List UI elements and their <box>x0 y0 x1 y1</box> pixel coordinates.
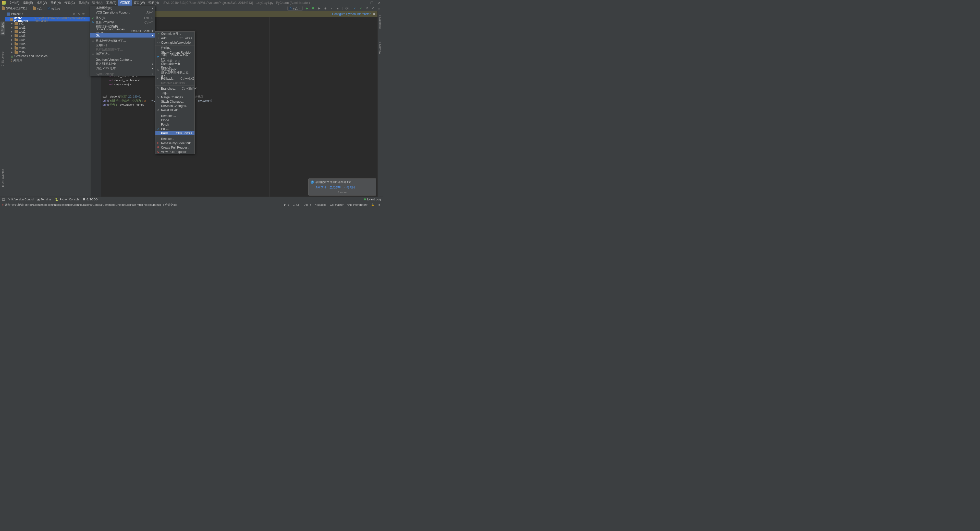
git-item-18[interactable]: UnStash Changes... <box>156 104 194 108</box>
tree-row[interactable]: ▶test2 <box>5 30 91 34</box>
concurrency-icon[interactable]: ≡ <box>330 6 333 10</box>
git-item-24[interactable]: ↙Pull... <box>156 127 194 131</box>
debug-icon[interactable]: ⬢ <box>311 6 315 10</box>
notif-link-always[interactable]: 总是添加 <box>329 185 341 189</box>
breadcrumb-1[interactable]: sy1 <box>33 6 42 10</box>
run-icon[interactable]: ▶ <box>305 6 309 10</box>
menu-n[interactable]: 导航(N) <box>49 0 62 6</box>
git-item-15[interactable]: Tag... <box>156 91 194 95</box>
menu-h[interactable]: 帮助(H) <box>147 0 160 6</box>
tree-row[interactable]: ▼SWL-20184313C:\Users\SWL\PycharmProject… <box>5 18 91 21</box>
stop-icon[interactable]: ■ <box>336 6 339 10</box>
vcs-item-16[interactable]: 浏览 VCS 仓库 <box>90 66 155 70</box>
locate-icon[interactable]: ⊕ <box>73 12 76 16</box>
vcs-item-14[interactable]: Get from Version Control... <box>90 57 155 62</box>
git-item-16[interactable]: ⇲Merge Changes... <box>156 95 194 99</box>
menu-t[interactable]: 工具(T) <box>105 0 118 6</box>
minimize-icon[interactable]: ─ <box>363 1 366 5</box>
gear-icon[interactable]: ✿ <box>82 12 85 16</box>
gear-icon[interactable]: ⚙ <box>372 12 375 16</box>
tree-row[interactable]: ▶test1 <box>5 26 91 30</box>
profile-icon[interactable]: ◉ <box>324 6 327 10</box>
git-item-25[interactable]: ↗Push...Ctrl+Shift+K <box>156 131 194 135</box>
bottom-tab-1[interactable]: ▣Terminal <box>37 198 52 201</box>
git-item-17[interactable]: Stash Changes... <box>156 99 194 104</box>
status-item-5[interactable]: <No interpreter> <box>347 203 368 206</box>
menu-u[interactable]: 运行(U) <box>91 0 104 6</box>
expand-icon[interactable]: ⇲ <box>78 12 80 16</box>
menu-v[interactable]: 视图(V) <box>35 0 48 6</box>
menu-vcss[interactable]: VCS(S) <box>118 0 132 6</box>
git-rollback-icon[interactable]: ↶ <box>371 6 375 10</box>
tree-row[interactable]: ▶test5 <box>5 42 91 46</box>
git-item-21[interactable]: Remotes... <box>156 113 194 118</box>
menu-r[interactable]: 重构(R) <box>77 0 90 6</box>
hide-icon[interactable]: ─ <box>87 12 89 16</box>
notif-link-never[interactable]: 不再询问 <box>344 185 355 189</box>
git-item-6[interactable]: ⇄与同一个版本库比较(Y) <box>156 55 194 59</box>
tree-row[interactable]: ▯外部库 <box>5 58 91 62</box>
breadcrumb-0[interactable]: SWL-20184313 <box>2 6 27 10</box>
tab-project[interactable]: 1: Project <box>0 21 5 35</box>
bottom-tab-3[interactable]: ☰6: TODO <box>83 198 98 201</box>
git-item-10[interactable]: 显示选中部分的历史(E) <box>156 72 194 77</box>
git-item-23[interactable]: Fetch <box>156 122 194 127</box>
tree-row[interactable]: ▶test3 <box>5 34 91 38</box>
project-tree[interactable]: ▼SWL-20184313C:\Users\SWL\PycharmProject… <box>5 17 91 196</box>
git-item-27[interactable]: Rebase... <box>156 137 194 141</box>
tree-row[interactable]: ▶test7 <box>5 50 91 54</box>
git-item-1[interactable]: +AddCtrl+Alt+A <box>156 36 194 40</box>
vcs-item-6[interactable]: Show Local Changes as UMLCtrl+Alt+Shift+… <box>90 29 155 33</box>
breadcrumb-2[interactable]: ⬡sy1.py <box>48 6 60 10</box>
git-item-14[interactable]: YBranches...Ctrl+Shift+` <box>156 86 194 91</box>
menu-f[interactable]: 文件(F) <box>8 0 21 6</box>
git-item-29[interactable]: GCreate Pull Request <box>156 145 194 150</box>
bottom-tab-0[interactable]: Y9: Version Control <box>8 198 34 201</box>
lock-icon[interactable]: 🔒 <box>371 204 374 206</box>
vcs-item-9[interactable]: ▭从本地更改创建补丁... <box>90 39 155 43</box>
bottom-tab-2[interactable]: 🐍Python Console <box>55 198 80 201</box>
event-log-button[interactable]: Event Log <box>367 198 381 201</box>
git-item-22[interactable]: Clone... <box>156 118 194 122</box>
menu-c[interactable]: 代码(C) <box>63 0 76 6</box>
tree-row[interactable]: ▶test4 <box>5 38 91 42</box>
status-item-1[interactable]: CRLF <box>293 203 300 206</box>
vcs-item-3[interactable]: ✓提交(I)...Ctrl+K <box>90 16 155 20</box>
git-item-2[interactable]: ▭Open .git/info/exclude <box>156 40 194 45</box>
inspector-icon[interactable]: ☻ <box>378 203 381 206</box>
git-commit-icon[interactable]: ✓ <box>359 6 363 10</box>
git-item-4[interactable]: 注释(N) <box>156 46 194 50</box>
tab-sciview[interactable]: ≡ SciView <box>378 41 382 55</box>
vcs-item-7[interactable]: Git <box>90 33 155 38</box>
close-icon[interactable]: ✕ <box>378 1 381 5</box>
git-item-28[interactable]: GRebase my Gitee fork <box>156 141 194 145</box>
tab-structure[interactable]: 7: Structure <box>0 51 5 67</box>
git-item-19[interactable]: ↺Reset HEAD... <box>156 108 194 112</box>
git-update-icon[interactable]: ↙ <box>353 6 356 10</box>
git-history-icon[interactable]: ⟲ <box>365 6 369 10</box>
vcs-item-4[interactable]: ↻更新 Project(U)...Ctrl+T <box>90 20 155 24</box>
tab-favorites[interactable]: ★ 2: Favorites <box>0 168 5 189</box>
git-item-8[interactable]: Compare with Branch... <box>156 63 194 68</box>
notif-link-view[interactable]: 查看文件 <box>315 185 326 189</box>
menu-w[interactable]: 窗口(W) <box>132 0 146 6</box>
vcs-item-1[interactable]: VCS Operations Popup...Alt+` <box>90 10 155 14</box>
tree-row[interactable]: ▤Scratches and Consoles <box>5 54 91 58</box>
vcs-item-12[interactable]: ▭搁置更改... <box>90 52 155 56</box>
git-item-30[interactable]: GView Pull Requests <box>156 150 194 154</box>
vcs-item-10[interactable]: 应用补丁... <box>90 43 155 48</box>
status-item-0[interactable]: 14:1 <box>283 203 289 206</box>
vcs-item-0[interactable]: 本地历史(H) <box>90 6 155 10</box>
tool-window-icon[interactable]: ⬓ <box>2 198 5 201</box>
tree-row[interactable]: ▶test6 <box>5 46 91 50</box>
maximize-icon[interactable]: ☐ <box>370 1 373 5</box>
run-coverage-icon[interactable]: ▶ <box>318 6 321 10</box>
run-config-selector[interactable]: ⬡ sy1 ▼ <box>287 6 303 11</box>
vcs-item-15[interactable]: 导入到版本控制 <box>90 62 155 66</box>
status-item-2[interactable]: UTF-8 <box>304 203 311 206</box>
notification-more[interactable]: 1 more <box>310 191 374 194</box>
git-item-0[interactable]: ✓Commit 文件... <box>156 32 194 36</box>
menu-e[interactable]: 编辑(E) <box>21 0 35 6</box>
git-item-11[interactable]: ↶Rollback...Ctrl+Alt+Z <box>156 77 194 81</box>
search-icon[interactable]: ⌕ <box>377 6 381 10</box>
